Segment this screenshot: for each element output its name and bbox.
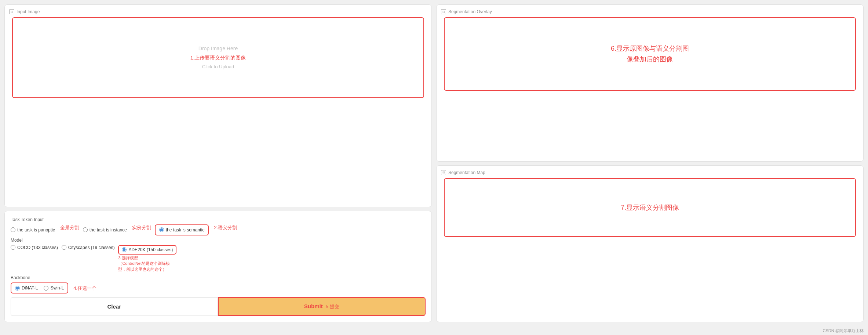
backbone-row: DiNAT-L Swin-L 4.任选一个 bbox=[11, 282, 426, 294]
model-coco-radio[interactable] bbox=[11, 245, 15, 250]
backbone-highlight: DiNAT-L Swin-L bbox=[11, 282, 68, 293]
drop-zone-line1: Drop Image Here bbox=[198, 44, 238, 53]
footer: CSDN @阿尔卑斯山林 bbox=[0, 327, 868, 335]
action-row: Clear Submit 5.提交 bbox=[11, 297, 426, 316]
task-token-radio-group: the task is panoptic 全景分割 the task is in… bbox=[11, 224, 426, 235]
backbone-section-wrapper: Backbone DiNAT-L Swin-L 4 bbox=[11, 275, 426, 294]
backbone-dinat-label: DiNAT-L bbox=[22, 285, 38, 291]
drop-zone[interactable]: Drop Image Here 1.上传要语义分割的图像 Click to Up… bbox=[12, 17, 424, 98]
model-label: Model bbox=[11, 238, 426, 243]
backbone-annotation: 4.任选一个 bbox=[73, 285, 96, 292]
submit-button[interactable]: Submit 5.提交 bbox=[218, 297, 426, 316]
task-token-section: Task Token Input the task is panoptic 全景… bbox=[11, 217, 426, 235]
backbone-dinat-radio[interactable] bbox=[15, 286, 20, 291]
seg-overlay-text-line2: 像叠加后的图像 bbox=[611, 54, 689, 65]
model-coco-item[interactable]: COCO (133 classes) bbox=[11, 245, 58, 250]
task-semantic-item[interactable]: the task is semantic bbox=[159, 227, 204, 233]
drop-zone-line2: 1.上传要语义分割的图像 bbox=[190, 53, 246, 62]
seg-map-text: 7.显示语义分割图像 bbox=[621, 203, 679, 212]
seg-overlay-display: 6.显示原图像与语义分割图 像叠加后的图像 bbox=[444, 17, 856, 91]
task-panoptic-item[interactable]: the task is panoptic bbox=[11, 224, 55, 235]
submit-annotation: 5.提交 bbox=[326, 304, 339, 309]
model-ade20k-radio[interactable] bbox=[122, 247, 127, 252]
backbone-swin-label: Swin-L bbox=[50, 285, 64, 291]
ade20k-annotation: 3.选择模型 （ControlNet的是这个训练模 型，所以这里也选的这个） bbox=[118, 255, 176, 273]
task-semantic-highlight: the task is semantic bbox=[155, 224, 209, 235]
seg-map-display: 7.显示语义分割图像 bbox=[444, 178, 856, 237]
panoptic-annotation: 全景分割 bbox=[60, 224, 79, 235]
backbone-label: Backbone bbox=[11, 275, 426, 280]
model-coco-label: COCO (133 classes) bbox=[17, 245, 58, 250]
seg-map-icon: ⊡ bbox=[441, 170, 446, 175]
model-cityscapes-label: Cityscapes (19 classes) bbox=[68, 245, 115, 250]
seg-overlay-text-line1: 6.显示原图像与语义分割图 bbox=[611, 43, 689, 54]
ade20k-block: ADE20K (150 classes) 3.选择模型 （ControlNet的… bbox=[118, 245, 176, 273]
task-instance-item[interactable]: the task is instance bbox=[83, 224, 127, 235]
input-image-title: ⊡ Input Image bbox=[9, 9, 427, 14]
seg-overlay-icon: ⊡ bbox=[441, 9, 446, 14]
ade20k-radio-row: ADE20K (150 classes) bbox=[118, 245, 176, 255]
seg-overlay-card: ⊡ Segmentation Overlay 6.显示原图像与语义分割图 像叠加… bbox=[436, 4, 864, 162]
task-panoptic-radio[interactable] bbox=[11, 227, 15, 232]
input-image-card: ⊡ Input Image Drop Image Here 1.上传要语义分割的… bbox=[4, 4, 432, 207]
right-panel: ⊡ Segmentation Overlay 6.显示原图像与语义分割图 像叠加… bbox=[436, 4, 864, 322]
seg-map-title: ⊡ Segmentation Map bbox=[441, 170, 859, 175]
semantic-annotation: 2.语义分割 bbox=[214, 224, 237, 235]
model-radio-row: COCO (133 classes) Cityscapes (19 classe… bbox=[11, 245, 426, 273]
model-ade20k-item[interactable]: ADE20K (150 classes) bbox=[122, 247, 173, 252]
model-cityscapes-radio[interactable] bbox=[62, 245, 66, 250]
task-instance-radio[interactable] bbox=[83, 227, 88, 232]
left-panel: ⊡ Input Image Drop Image Here 1.上传要语义分割的… bbox=[4, 4, 432, 322]
controls-card: Task Token Input the task is panoptic 全景… bbox=[4, 211, 432, 322]
backbone-dinat-item[interactable]: DiNAT-L bbox=[15, 285, 38, 291]
backbone-swin-item[interactable]: Swin-L bbox=[44, 285, 64, 291]
seg-overlay-title: ⊡ Segmentation Overlay bbox=[441, 9, 859, 14]
task-panoptic-label: the task is panoptic bbox=[17, 227, 55, 233]
backbone-swin-radio[interactable] bbox=[44, 286, 48, 291]
instance-annotation: 实例分割 bbox=[132, 224, 151, 235]
task-semantic-label: the task is semantic bbox=[166, 227, 204, 233]
task-token-label: Task Token Input bbox=[11, 217, 426, 222]
task-semantic-radio[interactable] bbox=[159, 227, 164, 232]
task-instance-label: the task is instance bbox=[90, 227, 127, 233]
drop-zone-line3: Click to Upload bbox=[202, 62, 234, 71]
model-ade20k-label: ADE20K (150 classes) bbox=[128, 247, 173, 252]
seg-map-card: ⊡ Segmentation Map 7.显示语义分割图像 bbox=[436, 165, 864, 323]
clear-button[interactable]: Clear bbox=[11, 297, 218, 316]
model-section: Model COCO (133 classes) Cityscapes (19 … bbox=[11, 238, 426, 273]
input-image-icon: ⊡ bbox=[9, 9, 14, 14]
model-cityscapes-item[interactable]: Cityscapes (19 classes) bbox=[62, 245, 115, 250]
